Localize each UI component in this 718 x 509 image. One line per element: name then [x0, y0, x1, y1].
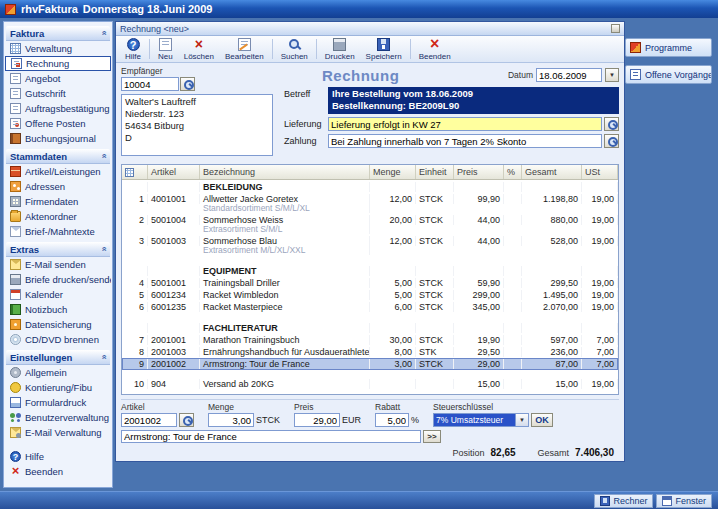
- table-row[interactable]: 10 904 Versand ab 20KG 15,00 15,00 19,00: [122, 378, 618, 390]
- toolbar-loeschen-button[interactable]: Löschen: [179, 37, 219, 62]
- section-header-einstellungen[interactable]: Einstellungen »: [6, 350, 110, 365]
- chevron-collapse-icon: »: [98, 153, 108, 158]
- toolbar-hilfe-button[interactable]: Hilfe: [120, 37, 146, 62]
- table-row[interactable]: 4 5001001 Trainingsball Driller 5,00 STC…: [122, 277, 618, 289]
- sidebar-item[interactable]: Gutschrift: [5, 86, 111, 101]
- toolbar-speichern-button[interactable]: Speichern: [361, 37, 407, 62]
- lieferung-search-button[interactable]: [604, 117, 619, 131]
- table-row[interactable]: 1 4001001 Allwetter Jacke Goretex Standa…: [122, 193, 618, 214]
- toolbar-beenden-button[interactable]: Beenden: [414, 37, 456, 62]
- sidebar-item[interactable]: Datensicherung: [5, 317, 111, 332]
- sidebar-item[interactable]: Verwaltung: [5, 41, 111, 56]
- doc-red-icon: [10, 118, 21, 129]
- sidebar-item[interactable]: Auftragsbestätigung: [5, 101, 111, 116]
- invoice-icon: [11, 58, 22, 69]
- sidebar-item[interactable]: E-Mail senden: [5, 257, 111, 272]
- datum-label: Datum: [508, 70, 533, 80]
- table-row[interactable]: [122, 313, 618, 321]
- printer-icon: [10, 274, 21, 285]
- sidebar-item[interactable]: Kontierung/Fibu: [5, 380, 111, 395]
- sidebar-item[interactable]: Beenden: [5, 464, 111, 479]
- table-row[interactable]: 3 5001003 Sommerhose Blau Extrasortiment…: [122, 235, 618, 256]
- sidebar-item-label: Buchungsjournal: [25, 133, 96, 144]
- steuerschluessel-label: Steuerschlüssel: [433, 402, 553, 412]
- section-header-faktura[interactable]: Faktura »: [6, 26, 110, 41]
- section-header-extras[interactable]: Extras »: [6, 242, 110, 257]
- sidebar-item[interactable]: Angebot: [5, 71, 111, 86]
- table-row[interactable]: 9 2001002 Armstrong: Tour de France 3,00…: [122, 358, 618, 370]
- beschreibung-input[interactable]: [121, 430, 421, 443]
- sidebar-item[interactable]: Artikel/Leistungen: [5, 164, 111, 179]
- sidebar-item[interactable]: Benutzerverwaltung: [5, 410, 111, 425]
- steuerschluessel-select[interactable]: 7% Umsatzsteuer ▼: [433, 413, 529, 427]
- sidebar-item[interactable]: Kalender: [5, 287, 111, 302]
- column-header-preis[interactable]: Preis: [454, 165, 504, 179]
- table-row[interactable]: EQUIPMENT: [122, 264, 618, 277]
- betreff-field[interactable]: Ihre Bestellung vom 18.06.2009 Bestellke…: [328, 87, 619, 114]
- sidebar-item[interactable]: Rechnung: [5, 56, 111, 71]
- sidebar-item[interactable]: Brief-/Mahntexte: [5, 224, 111, 239]
- zahlung-input[interactable]: [328, 134, 602, 148]
- artikel-input[interactable]: [121, 413, 177, 427]
- sidebar-item[interactable]: Firmendaten: [5, 194, 111, 209]
- column-header-bezeichnung[interactable]: Bezeichnung: [200, 165, 370, 179]
- table-row[interactable]: 2 5001004 Sommerhose Weiss Extrasortimen…: [122, 214, 618, 235]
- fenster-button[interactable]: Fenster: [656, 494, 712, 508]
- zahlung-search-button[interactable]: [604, 134, 619, 148]
- sidebar-item-label: Allgemein: [25, 367, 67, 378]
- sidebar-item[interactable]: Hilfe: [5, 449, 111, 464]
- ok-button[interactable]: OK: [531, 413, 553, 427]
- preis-label: Preis: [294, 402, 361, 412]
- table-row[interactable]: 5 6001234 Racket Wimbledon 5,00 STCK 299…: [122, 289, 618, 301]
- datum-input[interactable]: [536, 68, 602, 82]
- toolbar-drucken-button[interactable]: Drucken: [320, 37, 360, 62]
- rabatt-input[interactable]: [375, 413, 409, 427]
- sidebar-item[interactable]: Buchungsjournal: [5, 131, 111, 146]
- toolbar-suchen-button[interactable]: Suchen: [276, 37, 313, 62]
- sidebar-item[interactable]: Aktenordner: [5, 209, 111, 224]
- table-row[interactable]: FACHLITERATUR: [122, 321, 618, 334]
- column-header-gesamt[interactable]: Gesamt: [522, 165, 582, 179]
- column-header-rabatt[interactable]: %: [504, 165, 522, 179]
- table-row[interactable]: BEKLEIDUNG: [122, 180, 618, 193]
- sidebar-item[interactable]: Offene Posten: [5, 116, 111, 131]
- edit-icon: [238, 38, 251, 51]
- column-header-menge[interactable]: Menge: [370, 165, 416, 179]
- menge-input[interactable]: [208, 413, 254, 427]
- chevron-collapse-icon: »: [98, 30, 108, 35]
- sidebar-item-label: Rechnung: [26, 58, 69, 69]
- datum-dropdown-button[interactable]: ▼: [605, 68, 619, 82]
- sidebar-item[interactable]: Formulardruck: [5, 395, 111, 410]
- preis-input[interactable]: [294, 413, 340, 427]
- sidebar-item[interactable]: Allgemein: [5, 365, 111, 380]
- table-row[interactable]: 6 6001235 Racket Masterpiece 6,00 STCK 3…: [122, 301, 618, 313]
- rechner-button[interactable]: Rechner: [594, 494, 653, 508]
- sidebar-item[interactable]: Notizbuch: [5, 302, 111, 317]
- sidebar-item[interactable]: CD/DVD brennen: [5, 332, 111, 347]
- toolbar-bearbeiten-button[interactable]: Bearbeiten: [220, 37, 269, 62]
- artikel-search-button[interactable]: [179, 413, 194, 427]
- empfaenger-input[interactable]: [121, 77, 179, 91]
- app-titlebar: rhvFaktura Donnerstag 18.Juni 2009: [0, 0, 718, 18]
- table-row[interactable]: 7 2001001 Marathon Trainingsbuch 30,00 S…: [122, 334, 618, 346]
- table-row[interactable]: [122, 256, 618, 264]
- window-close-button[interactable]: [611, 24, 620, 33]
- address-field[interactable]: Walter's Lauftreff Niederstr. 123 54634 …: [121, 94, 273, 156]
- column-header-einheit[interactable]: Einheit: [416, 165, 454, 179]
- sidebar-item[interactable]: E-Mail Verwaltung: [5, 425, 111, 440]
- programme-button[interactable]: Programme: [625, 38, 712, 57]
- table-row[interactable]: 8 2001003 Ernährungshandbuch für Ausdaue…: [122, 346, 618, 358]
- column-header-artikel[interactable]: Artikel: [148, 165, 200, 179]
- offene-vorgaenge-button[interactable]: Offene Vorgänge: [625, 65, 712, 84]
- empfaenger-search-button[interactable]: [180, 77, 195, 91]
- toolbar-neu-button[interactable]: Neu: [153, 37, 178, 62]
- lieferung-input[interactable]: [328, 117, 602, 131]
- section-header-stammdaten[interactable]: Stammdaten »: [6, 149, 110, 164]
- column-header-ust[interactable]: USt: [582, 165, 618, 179]
- sidebar-item[interactable]: Briefe drucken/senden: [5, 272, 111, 287]
- sidebar-item[interactable]: Adressen: [5, 179, 111, 194]
- expand-description-button[interactable]: >>: [423, 430, 441, 443]
- sidebar-item-label: Kalender: [25, 289, 63, 300]
- table-row[interactable]: [122, 370, 618, 378]
- doc-icon: [10, 73, 21, 84]
